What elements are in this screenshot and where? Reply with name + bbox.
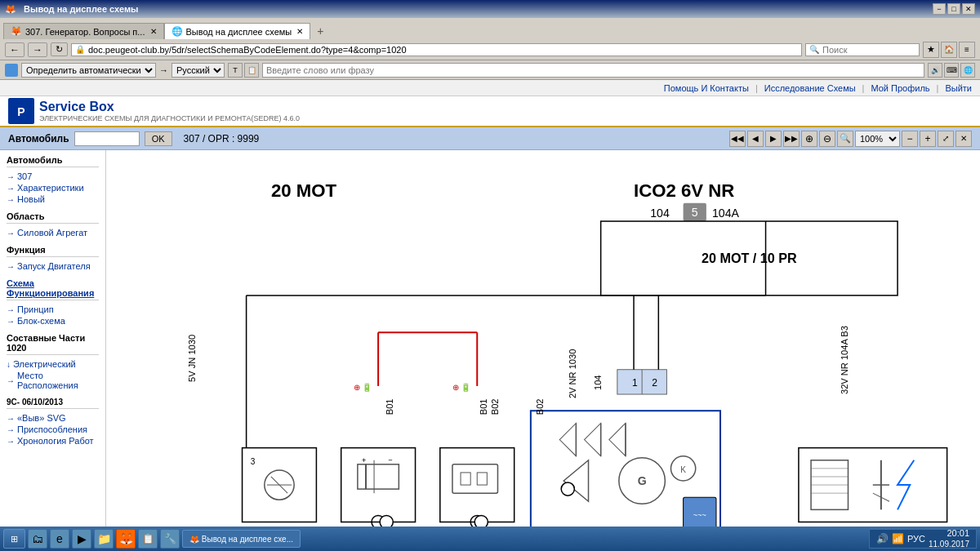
dtool-minus[interactable]: ⊖ <box>819 131 835 147</box>
sep1: | <box>755 83 758 93</box>
svg-text:+: + <box>362 456 366 464</box>
profile-link[interactable]: Мой Профиль <box>871 83 929 93</box>
sidebar-item-307[interactable]: → 307 <box>7 171 99 182</box>
sidebar-item-location[interactable]: → Место Расположения <box>7 370 99 391</box>
car-search-input[interactable] <box>74 131 140 146</box>
maximize-btn[interactable]: □ <box>947 3 960 15</box>
sidebar-item-chars[interactable]: → Характеристики <box>7 182 99 193</box>
bookmark-btn[interactable]: ★ <box>923 42 939 58</box>
diagram-toolbar: ◀◀ ◀ ▶ ▶▶ ⊕ ⊖ 🔍 100% 50% 75% 125% 150% −… <box>729 131 972 147</box>
dtool-search[interactable]: 🔍 <box>837 131 853 147</box>
browser-search-input[interactable] <box>822 45 904 55</box>
arrow-icon-agg: → <box>7 229 15 238</box>
sidebar-item-electric[interactable]: ↓ Электрический <box>7 358 99 370</box>
svg-text:K: K <box>680 465 686 474</box>
wire-32vnr: 32V NR 104A B3 <box>840 326 849 394</box>
translate-input[interactable] <box>262 63 924 78</box>
tr-icon-3[interactable]: 🔊 <box>928 63 942 78</box>
conn-1: 1 <box>632 377 638 389</box>
start-button[interactable]: ⊞ <box>3 529 25 549</box>
search-bar: 🔍 <box>805 43 920 56</box>
dtool-plus[interactable]: ⊕ <box>801 131 817 147</box>
dtool-zoomout[interactable]: + <box>920 131 936 147</box>
arrow-icon-elec: ↓ <box>7 360 11 369</box>
taskbar-icon-ie[interactable]: e <box>50 529 69 549</box>
taskbar-icon-firefox[interactable]: 🦊 <box>116 529 136 549</box>
sidebar-item-new[interactable]: → Новый <box>7 193 99 205</box>
forward-btn[interactable]: → <box>28 42 47 57</box>
source-lang-select[interactable]: Определить автоматически <box>21 63 156 78</box>
tab-close-2[interactable]: ✕ <box>296 27 303 36</box>
diagram-area: 20 МОТ ICO2 6V NR 104 5 104A 20 МОТ / 10… <box>106 150 980 548</box>
taskbar-icon-6[interactable]: 🔧 <box>160 529 180 549</box>
connector-104a: 104A <box>712 207 740 220</box>
arrow-icon-307: → <box>7 172 15 181</box>
wire-b02-left: B02 <box>490 399 500 415</box>
system-tray: 🔊 📶 РУС 20:01 11.09.2017 <box>869 529 977 549</box>
dtool-fit[interactable]: ⤢ <box>938 131 954 147</box>
svg-text:−: − <box>388 456 392 464</box>
zoom-select[interactable]: 100% 50% 75% 125% 150% <box>855 131 900 147</box>
dtool-close[interactable]: ✕ <box>956 131 972 147</box>
sidebar-section-schema: Схема Функционирования → Принцип → Блок-… <box>7 278 99 327</box>
arrow-icon-hist: → <box>7 437 15 446</box>
app-title: Service Box <box>39 100 300 114</box>
home-btn[interactable]: 🏠 <box>941 42 957 58</box>
taskbar-icon-explorer[interactable]: 🗂 <box>28 529 47 549</box>
new-tab-btn[interactable]: + <box>310 23 330 39</box>
dtool-first[interactable]: ◀◀ <box>729 131 746 147</box>
sidebar-item-block[interactable]: → Блок-схема <box>7 315 99 327</box>
sidebar-section-func: Функция → Запуск Двигателя <box>7 245 99 272</box>
tab-bar: 🦊 307. Генератор. Вопросы п... ✕ 🌐 Вывод… <box>0 18 980 39</box>
wire-b02-right: B02 <box>535 399 545 415</box>
sidebar-item-tools[interactable]: → Приспособления <box>7 424 99 435</box>
close-btn[interactable]: ✕ <box>962 3 975 15</box>
help-link[interactable]: Помощь И Контакты <box>664 83 749 93</box>
tab-1[interactable]: 🦊 307. Генератор. Вопросы п... ✕ <box>3 23 164 39</box>
taskbar-icon-media[interactable]: ▶ <box>72 529 91 549</box>
back-btn[interactable]: ← <box>5 42 24 57</box>
arrow-icon-svg: → <box>7 414 15 423</box>
sidebar-item-aggregate[interactable]: → Силовой Агрегат <box>7 227 99 238</box>
taskbar-icon-folder[interactable]: 📁 <box>94 529 114 549</box>
sidebar-item-history[interactable]: → Хронология Работ <box>7 435 99 447</box>
dtool-zoomin[interactable]: − <box>902 131 918 147</box>
arrow-icon-block: → <box>7 317 15 326</box>
dtool-next[interactable]: ▶ <box>765 131 782 147</box>
clock-time: 20:01 <box>929 528 969 539</box>
translate-logo <box>5 64 18 77</box>
svg-text:P: P <box>17 105 24 118</box>
translate-icon-2[interactable]: 📋 <box>244 63 259 78</box>
tab-close-1[interactable]: ✕ <box>150 27 157 36</box>
arrow-icon-princ: → <box>7 305 15 314</box>
dtool-last[interactable]: ▶▶ <box>783 131 800 147</box>
search-icon: 🔍 <box>809 45 819 54</box>
search-row: Автомобиль OK 307 / OPR : 9999 ◀◀ ◀ ▶ ▶▶… <box>0 127 980 150</box>
arrow-icon-chars: → <box>7 184 15 193</box>
sidebar-item-svg[interactable]: → «Выв» SVG <box>7 412 99 424</box>
menu-btn[interactable]: ≡ <box>959 42 975 58</box>
tr-icon-4[interactable]: ⌨ <box>944 63 959 78</box>
sidebar-item-start[interactable]: → Запуск Двигателя <box>7 260 99 272</box>
section-title-parts: Составные Части 1020 <box>7 333 99 355</box>
lock-icon: 🔒 <box>75 45 85 54</box>
sidebar-section-auto: Автомобиль → 307 → Характеристики → Новы… <box>7 155 99 205</box>
taskbar-icon-5[interactable]: 📋 <box>138 529 158 549</box>
section-title-auto: Автомобиль <box>7 155 99 167</box>
taskbar-window-btn[interactable]: 🦊 Вывод на дисплее схе... <box>182 530 301 548</box>
schema-link[interactable]: Исследование Схемы <box>764 83 856 93</box>
target-lang-select[interactable]: Русский <box>172 63 225 78</box>
translate-icon-1[interactable]: T <box>228 63 243 78</box>
minimize-btn[interactable]: − <box>933 3 946 15</box>
ok-button[interactable]: OK <box>145 131 172 146</box>
sidebar-item-principle[interactable]: → Принцип <box>7 304 99 315</box>
wire-5vjn: 5V JN 1030 <box>187 335 197 382</box>
tray-icon-1: 🔊 <box>876 533 889 544</box>
tab-2[interactable]: 🌐 Вывод на дисплее схемы ✕ <box>164 23 311 39</box>
refresh-btn[interactable]: ↻ <box>51 42 68 56</box>
address-input[interactable] <box>88 45 798 55</box>
dtool-prev[interactable]: ◀ <box>747 131 764 147</box>
tr-icon-5[interactable]: 🌐 <box>960 63 975 78</box>
logout-link[interactable]: Выйти <box>945 83 972 93</box>
translate-toolbar: Определить автоматически → Русский T 📋 🔊… <box>0 60 980 80</box>
